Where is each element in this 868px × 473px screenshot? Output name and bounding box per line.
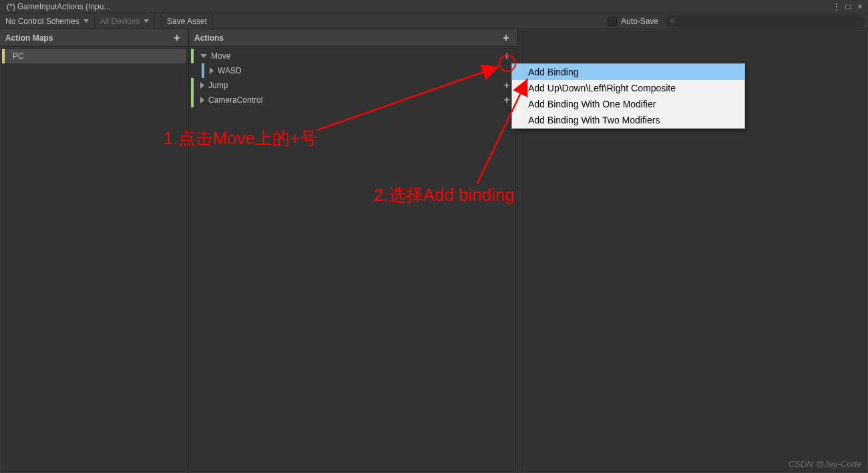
search-input[interactable]: [665, 15, 865, 27]
title-bar: (*) GameInputActions (Inpu... ⋮ □ ×: [0, 0, 868, 13]
action-map-item[interactable]: PC: [2, 49, 186, 63]
checkbox-icon[interactable]: [608, 17, 617, 26]
action-label: Move: [211, 51, 230, 61]
action-label: CameraControl: [208, 95, 262, 105]
chevron-right-icon[interactable]: [200, 82, 204, 89]
ctx-add-binding-one-mod[interactable]: Add Binding With One Modifier: [512, 96, 744, 112]
actions-title: Actions: [194, 33, 224, 43]
ctx-add-binding[interactable]: Add Binding: [512, 64, 744, 80]
devices-dropdown[interactable]: All Devices: [95, 13, 155, 29]
control-schemes-dropdown[interactable]: No Control Schemes: [0, 13, 95, 29]
action-maps-body: PC: [1, 48, 187, 472]
chevron-down-icon[interactable]: [200, 54, 207, 58]
close-icon[interactable]: ×: [855, 1, 865, 12]
chevron-right-icon[interactable]: [200, 97, 204, 103]
annotation-step1: 1.点击Move上的+号: [164, 127, 317, 150]
kebab-icon[interactable]: ⋮: [831, 1, 841, 12]
add-action-map-button[interactable]: +: [171, 32, 183, 44]
chevron-right-icon[interactable]: [210, 67, 214, 74]
watermark: CSDN @Jay-Code: [789, 459, 861, 469]
search-wrap: ⌕: [665, 13, 868, 29]
action-item-move[interactable]: Move +: [191, 49, 515, 63]
maximize-icon[interactable]: □: [843, 1, 853, 12]
binding-label: WASD: [218, 66, 242, 75]
ctx-add-binding-two-mods[interactable]: Add Binding With Two Modifiers: [512, 112, 744, 128]
auto-save-toggle[interactable]: Auto-Save: [601, 13, 665, 29]
action-map-label: PC: [13, 51, 24, 61]
ctx-add-composite[interactable]: Add Up\Down\Left\Right Composite: [512, 80, 744, 96]
auto-save-label: Auto-Save: [621, 17, 658, 26]
action-maps-title: Action Maps: [5, 33, 53, 43]
annotation-step2: 2.选择Add binding: [374, 183, 515, 207]
toolbar: No Control Schemes All Devices Save Asse…: [0, 13, 868, 29]
actions-header: Actions +: [189, 29, 517, 47]
action-maps-header: Action Maps +: [0, 29, 188, 47]
context-menu: Add Binding Add Up\Down\Left\Right Compo…: [511, 63, 745, 129]
actions-column: Actions + Move + WASD: [189, 29, 518, 473]
action-label: Jump: [208, 81, 228, 90]
action-item-cameracontrol[interactable]: CameraControl +: [191, 93, 515, 107]
binding-item-wasd[interactable]: WASD: [191, 63, 515, 78]
actions-body: Move + WASD Jump +: [190, 48, 516, 472]
window-tab[interactable]: (*) GameInputActions (Inpu...: [3, 1, 114, 13]
action-maps-column: Action Maps + PC: [0, 29, 189, 473]
add-action-button[interactable]: +: [500, 32, 512, 44]
save-asset-button[interactable]: Save Asset: [162, 13, 213, 29]
action-item-jump[interactable]: Jump +: [191, 78, 515, 93]
annotation-circle: [499, 55, 516, 72]
